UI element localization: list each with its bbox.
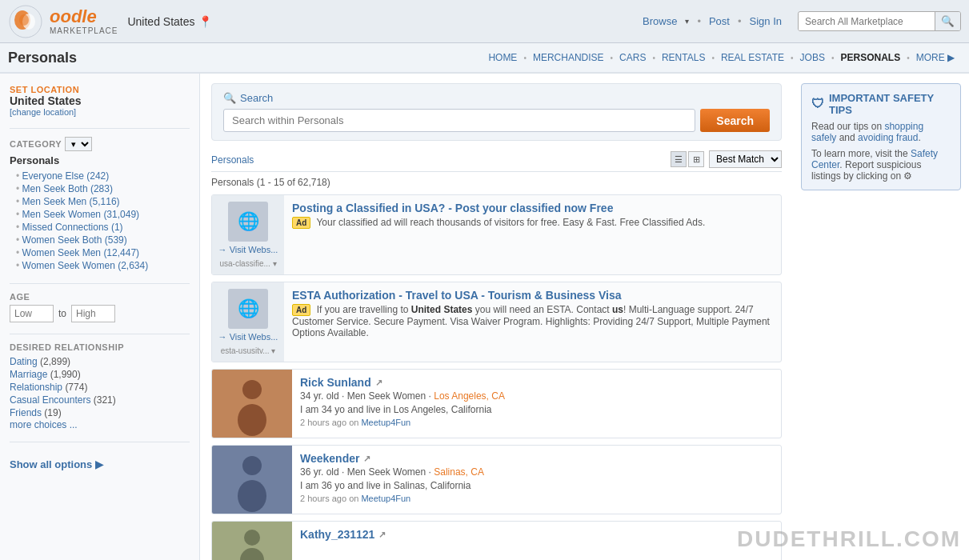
nav-item-rentals[interactable]: RENTALS <box>655 52 711 63</box>
list-item: Relationship (774) <box>10 381 190 394</box>
search-magnifier-icon: 🔍 <box>223 92 236 104</box>
visit-website-link-2[interactable]: → Visit Webs... <box>218 332 278 342</box>
ad-text-2: Ad If you are travelling to United State… <box>292 304 773 338</box>
nav-item-more[interactable]: MORE ▶ <box>910 52 961 63</box>
ad-thumb-icon-1: 🌐 <box>228 202 268 242</box>
safety-box: 🛡 IMPORTANT SAFETY TIPS Read our tips on… <box>801 83 961 190</box>
cat-count: (12,447) <box>103 247 139 258</box>
relationship-list: Dating (2,899) Marriage (1,990) Relation… <box>10 355 190 419</box>
divider-3 <box>10 334 190 334</box>
ad-badge-1: Ad <box>292 217 310 229</box>
age-to-label: to <box>58 308 66 319</box>
listing-photo-svg-1 <box>228 372 276 436</box>
header-location-text: United States <box>127 15 194 28</box>
visit-website-link-1[interactable]: → Visit Webs... <box>218 245 278 254</box>
desired-rel-header: DESIRED RELATIONSHIP <box>10 342 190 352</box>
ad-title-1[interactable]: Posting a Classified in USA? - Post your… <box>292 202 773 214</box>
listing-body-2: Weekender ↗ 36 yr. old · Men Seek Women … <box>292 446 781 514</box>
ad-domain-1: usa-classifie... ▾ <box>219 259 276 268</box>
page-title: Personals <box>8 50 152 66</box>
list-item: Friends (19) <box>10 406 190 419</box>
listing-time-1: 2 hours ago on Meetup4Fun <box>300 418 773 427</box>
cat-count: (539) <box>105 234 127 246</box>
list-item: Men Seek Men (5,116) <box>10 195 190 208</box>
nav-item-jobs[interactable]: JOBS <box>794 52 831 63</box>
rel-marriage[interactable]: Marriage (1,990) <box>10 369 81 380</box>
grid-view-icon[interactable]: ⊞ <box>688 151 704 167</box>
cat-everyone-else[interactable]: Everyone Else (242) <box>22 170 110 182</box>
listing-title-1[interactable]: Rick Sunland ↗ <box>300 376 773 389</box>
external-link-icon-2: ↗ <box>363 454 370 464</box>
cat-women-seek-both[interactable]: Women Seek Both (539) <box>22 234 127 246</box>
listing-name-1: Rick Sunland <box>300 376 371 389</box>
rel-count: (2,899) <box>40 356 70 367</box>
listing-title-3[interactable]: Kathy_231121 ↗ <box>300 528 773 541</box>
rel-relationship[interactable]: Relationship (774) <box>10 382 87 393</box>
sort-select[interactable]: Best Match Newest Oldest <box>709 150 782 168</box>
cat-men-seek-men[interactable]: Men Seek Men (5,116) <box>22 196 120 207</box>
shield-icon: 🛡 <box>811 97 824 111</box>
rel-friends[interactable]: Friends (19) <box>10 407 62 418</box>
nav-item-home[interactable]: HOME <box>482 52 523 63</box>
browse-link[interactable]: Browse <box>643 15 677 27</box>
cat-women-seek-women[interactable]: Women Seek Women (2,634) <box>22 260 149 271</box>
sidebar: SET LOCATION United States [change locat… <box>0 74 200 560</box>
list-view-icon[interactable]: ☰ <box>671 151 687 167</box>
header-nav: Browse ▾ • Post • Sign In 🔍 <box>643 11 961 31</box>
nav-item-cars[interactable]: CARS <box>613 52 652 63</box>
nav-item-real-estate[interactable]: REAL ESTATE <box>715 52 791 63</box>
listing-title-2[interactable]: Weekender ↗ <box>300 452 773 465</box>
rel-count: (774) <box>65 382 87 393</box>
desired-rel-section: DESIRED RELATIONSHIP Dating (2,899) Marr… <box>10 342 190 430</box>
ad-domain-2: esta-ususitv... ▾ <box>221 346 276 355</box>
sign-in-link[interactable]: Sign In <box>750 15 782 27</box>
post-link[interactable]: Post <box>709 15 730 27</box>
search-label-text: Search <box>240 92 273 104</box>
more-choices-link[interactable]: more choices ... <box>10 419 190 430</box>
avoiding-fraud-link[interactable]: avoiding fraud <box>858 132 918 143</box>
cat-men-seek-both[interactable]: Men Seek Both (283) <box>22 183 113 194</box>
svg-point-8 <box>242 456 262 475</box>
rel-count: (19) <box>44 407 61 418</box>
listing-name-2: Weekender <box>300 452 359 465</box>
listing-photo-svg-2 <box>228 448 276 512</box>
svg-point-6 <box>238 404 266 436</box>
search-button[interactable]: Search <box>700 109 770 132</box>
rel-casual[interactable]: Casual Encounters (321) <box>10 394 116 406</box>
category-dropdown[interactable]: ▾ <box>65 137 92 151</box>
results-count: Personals (1 - 15 of 62,718) <box>211 177 782 188</box>
oodle-logo-icon <box>8 4 43 39</box>
search-input-row: Search <box>223 109 770 132</box>
logo-area: oodle marketplace <box>8 4 118 39</box>
cat-missed-connections[interactable]: Missed Connections (1) <box>22 222 123 233</box>
listing-photo-svg-3 <box>228 522 276 560</box>
cat-men-seek-women[interactable]: Men Seek Women (31,049) <box>22 209 140 220</box>
breadcrumb-personals-link[interactable]: Personals <box>211 154 254 166</box>
ad-listing-1: 🌐 → Visit Webs... usa-classifie... ▾ Pos… <box>211 194 782 275</box>
age-low-input[interactable] <box>10 305 54 322</box>
category-list: Everyone Else (242) Men Seek Both (283) … <box>10 170 190 272</box>
nav-item-merchandise[interactable]: MERCHANDISE <box>527 52 611 63</box>
divider-2 <box>10 283 190 284</box>
cat-women-seek-men[interactable]: Women Seek Men (12,447) <box>22 247 140 258</box>
age-high-input[interactable] <box>71 305 115 322</box>
safety-title: 🛡 IMPORTANT SAFETY TIPS <box>811 92 951 116</box>
header-location[interactable]: United States 📍 <box>127 15 211 28</box>
safety-center-link[interactable]: Safety Center <box>811 148 938 170</box>
results-header: Personals ☰ ⊞ Best Match Newest Oldest <box>211 150 782 172</box>
ad-title-2[interactable]: ESTA Authorization - Travel to USA - Tou… <box>292 289 773 302</box>
age-label: AGE <box>10 292 30 302</box>
search-all-input[interactable] <box>799 13 935 30</box>
listing-photo-2 <box>212 446 292 514</box>
nav-item-personals[interactable]: PERSONALS <box>834 52 907 63</box>
age-row: to <box>10 305 190 322</box>
search-input[interactable] <box>223 109 695 132</box>
listing-meta-1: 34 yr. old · Men Seek Women · Los Angele… <box>300 390 773 402</box>
rel-dating[interactable]: Dating (2,899) <box>10 356 70 367</box>
show-all-options-link[interactable]: Show all options ▶ <box>10 458 103 470</box>
search-all-button[interactable]: 🔍 <box>935 12 960 30</box>
list-item: Women Seek Both (539) <box>10 234 190 246</box>
change-location-link[interactable]: [change location] <box>10 107 190 117</box>
divider-1 <box>10 128 190 129</box>
listing-source-1: Meetup4Fun <box>361 418 410 427</box>
